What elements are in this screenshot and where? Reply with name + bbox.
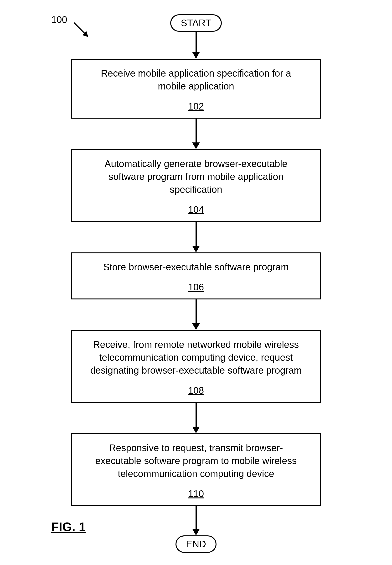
step-102: Receive mobile application specification…	[71, 59, 321, 119]
step-104: Automatically generate browser-executabl…	[71, 149, 321, 222]
end-terminator: END	[176, 536, 216, 553]
step-text: Responsive to request, transmit browser-…	[86, 441, 306, 480]
step-number: 102	[188, 101, 204, 112]
step-number: 108	[188, 385, 204, 396]
step-110: Responsive to request, transmit browser-…	[71, 433, 321, 506]
start-terminator: START	[170, 14, 222, 32]
step-number: 104	[188, 204, 204, 215]
arrow	[192, 403, 200, 433]
step-number: 110	[188, 488, 204, 499]
step-text: Receive, from remote networked mobile wi…	[86, 338, 306, 377]
arrow	[192, 119, 200, 149]
step-text: Automatically generate browser-executabl…	[86, 157, 306, 196]
step-text: Store browser-executable software progra…	[86, 261, 306, 274]
figure-label: FIG. 1	[51, 520, 86, 534]
step-number: 106	[188, 282, 204, 292]
arrow	[192, 222, 200, 252]
step-108: Receive, from remote networked mobile wi…	[71, 330, 321, 403]
step-text: Receive mobile application specification…	[86, 67, 306, 93]
arrow	[192, 32, 200, 59]
flowchart: START Receive mobile application specifi…	[0, 14, 392, 553]
step-106: Store browser-executable software progra…	[71, 252, 321, 299]
arrow	[192, 299, 200, 330]
arrow	[192, 506, 200, 536]
